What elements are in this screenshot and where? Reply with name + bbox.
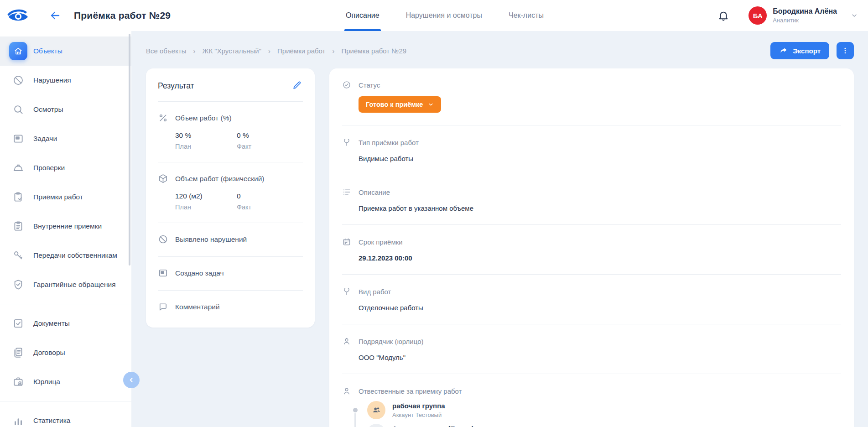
contract-icon xyxy=(9,344,27,362)
result-value-label: План xyxy=(175,143,237,150)
edit-pencil-icon[interactable] xyxy=(292,80,303,91)
sidebar-item-warranty-claims[interactable]: Гарантийные обращения xyxy=(0,270,131,299)
user-block: Бородкина Алёна Аналитик xyxy=(773,7,837,24)
result-section-head: Выявлено нарушений xyxy=(158,234,303,245)
sidebar-item-checks[interactable]: Проверки xyxy=(0,153,131,182)
result-section-volume-percent: Объем работ (%)30 %План0 %Факт xyxy=(158,102,303,162)
responsible-info: рабочая группаАккаунт Тестовый xyxy=(392,402,445,418)
result-section-title: Объем работ (%) xyxy=(175,114,232,122)
sidebar-item-label: Передачи собственникам xyxy=(33,251,117,260)
breadcrumb-item[interactable]: Приёмка работ №29 xyxy=(341,47,406,55)
result-value-col: 0Факт xyxy=(237,192,298,211)
detail-row-label: Статус xyxy=(359,81,380,89)
sidebar-item-label: Гарантийные обращения xyxy=(33,281,116,289)
result-value: 30 % xyxy=(175,131,237,140)
result-section-values: 120 (м2)План0Факт xyxy=(175,192,303,211)
result-section-head: Создано задач xyxy=(158,268,303,278)
sidebar-divider xyxy=(0,304,131,304)
tab-checklists[interactable]: Чек-листы xyxy=(509,0,544,31)
sidebar-item-tasks[interactable]: Задачи xyxy=(0,124,131,153)
result-section-title: Создано задач xyxy=(175,269,224,277)
calendar-icon xyxy=(342,237,351,246)
search-icon xyxy=(9,100,27,119)
sidebar-item-statistics[interactable]: Статистика xyxy=(0,406,131,427)
avatar: А( xyxy=(367,424,385,427)
briefcase-user-icon xyxy=(9,373,27,391)
breadcrumb-item[interactable]: Приёмки работ xyxy=(277,47,325,55)
sidebar-item-label: Приёмки работ xyxy=(33,193,83,201)
status-dropdown[interactable]: Готово к приёмке xyxy=(359,96,441,113)
result-value-col: 30 %План xyxy=(175,131,237,150)
worker-icon xyxy=(342,337,351,346)
detail-row-head: Срок приёмки xyxy=(342,237,841,246)
detail-row-label: Тип приёмки работ xyxy=(359,139,419,146)
result-section-head: Объем работ (физический) xyxy=(158,173,303,184)
user-avatar: БА xyxy=(748,6,767,25)
breadcrumb-item[interactable]: ЖК "Хрустальный" xyxy=(203,47,261,55)
notifications-bell-icon[interactable] xyxy=(717,10,729,21)
sidebar-divider xyxy=(0,401,131,401)
ban-icon xyxy=(9,71,27,89)
responsible-name: Администратор (Парма) xyxy=(392,425,495,427)
breadcrumb-item[interactable]: Все объекты xyxy=(146,47,187,55)
tabs: ОписаниеНарушения и осмотрыЧек-листы xyxy=(346,0,544,31)
export-button[interactable]: Экспорт xyxy=(770,42,829,59)
home-icon xyxy=(9,42,27,60)
status-label: Готово к приёмке xyxy=(366,101,423,108)
result-card: Результат Объем работ (%)30 %План0 %Факт… xyxy=(146,68,315,328)
result-value-label: Факт xyxy=(237,203,298,211)
detail-row-status: СтатусГотово к приёмке xyxy=(342,80,841,125)
detail-row-value: 29.12.2023 00:00 xyxy=(359,254,841,262)
sidebar-item-contracts[interactable]: Договоры xyxy=(0,338,131,367)
sidebar-item-label: Договоры xyxy=(33,349,65,357)
kebab-icon xyxy=(841,47,849,55)
cards-row: Результат Объем работ (%)30 %План0 %Факт… xyxy=(131,59,868,427)
wrench-icon xyxy=(342,138,351,147)
stats-icon xyxy=(9,411,27,427)
sidebar-item-work-acceptances[interactable]: Приёмки работ xyxy=(0,182,131,212)
result-value: 120 (м2) xyxy=(175,192,237,200)
detail-row-head: Тип приёмки работ xyxy=(342,138,841,147)
shield-check-icon xyxy=(9,276,27,294)
responsible-admin-parma: А(Администратор (Парма)АдминистраторДемо… xyxy=(349,424,841,427)
sidebar-item-violations[interactable]: Нарушения xyxy=(0,66,131,95)
sidebar-item-legal-entities[interactable]: Юрлица xyxy=(0,367,131,396)
result-card-title: Результат xyxy=(158,81,194,91)
user-name: Бородкина Алёна xyxy=(773,7,837,16)
more-actions-button[interactable] xyxy=(837,42,854,59)
detail-row-description: ОписаниеПриемка работ в указанном объеме xyxy=(342,175,841,224)
result-section-title: Комментарий xyxy=(175,303,220,311)
sidebar-item-inspections[interactable]: Осмотры xyxy=(0,95,131,124)
sidebar-item-internal-acceptances[interactable]: Внутренние приемки xyxy=(0,212,131,241)
chevron-down-icon xyxy=(428,102,434,108)
result-value: 0 % xyxy=(237,131,298,140)
user-menu[interactable]: БА Бородкина Алёна Аналитик xyxy=(748,6,858,25)
tab-description[interactable]: Описание xyxy=(346,0,379,31)
details-card: СтатусГотово к приёмкеТип приёмки работВ… xyxy=(329,68,854,427)
tab-violations-inspections[interactable]: Нарушения и осмотры xyxy=(406,0,482,31)
percent-icon xyxy=(158,113,168,123)
breadcrumb-separator: › xyxy=(332,47,334,55)
back-button[interactable] xyxy=(48,9,62,22)
result-section-values: 30 %План0 %Факт xyxy=(175,131,303,150)
sidebar-item-label: Внутренние приемки xyxy=(33,222,102,230)
sidebar-item-documents[interactable]: Документы xyxy=(0,309,131,338)
chat-icon xyxy=(158,302,168,312)
sidebar-collapse-button[interactable] xyxy=(123,372,140,388)
responsibles-list: рабочая группаАккаунт ТестовыйА(Админист… xyxy=(349,401,841,427)
result-section-volume-physical: Объем работ (физический)120 (м2)План0Фак… xyxy=(158,162,303,223)
detail-rows: СтатусГотово к приёмкеТип приёмки работВ… xyxy=(342,80,841,427)
responsible-meta: Аккаунт Тестовый xyxy=(392,411,445,418)
sidebar-item-owner-handovers[interactable]: Передачи собственникам xyxy=(0,241,131,270)
app-logo-eye-icon[interactable] xyxy=(7,8,29,23)
detail-row-deadline: Срок приёмки29.12.2023 00:00 xyxy=(342,224,841,274)
doc-check-icon xyxy=(9,314,27,333)
sidebar-item-label: Статистика xyxy=(33,417,70,425)
responsible-info: Администратор (Парма)АдминистраторДемонс… xyxy=(392,425,495,427)
breadcrumb-separator: › xyxy=(268,47,270,55)
sidebar-scrollbar[interactable] xyxy=(129,34,130,266)
timeline-dot xyxy=(353,408,358,412)
list-icon xyxy=(342,187,351,197)
sidebar-item-objects[interactable]: Объекты xyxy=(0,36,131,66)
chevron-down-icon xyxy=(851,12,858,19)
